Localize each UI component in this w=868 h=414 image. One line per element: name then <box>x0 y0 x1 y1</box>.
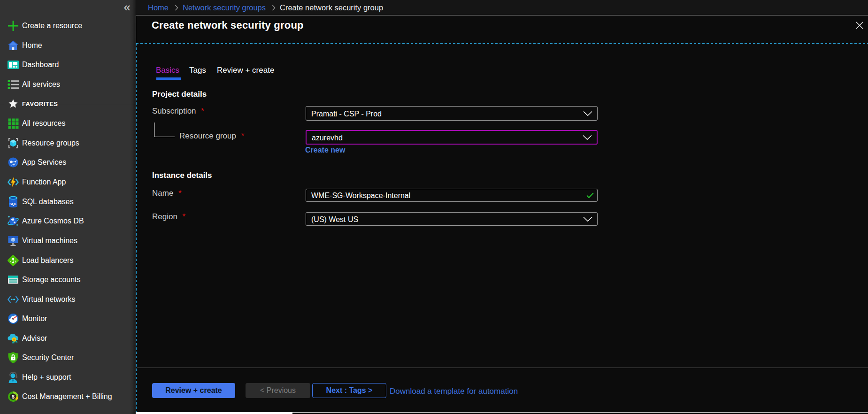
svg-text:$: $ <box>12 394 15 399</box>
svg-text:SQL: SQL <box>9 202 17 206</box>
